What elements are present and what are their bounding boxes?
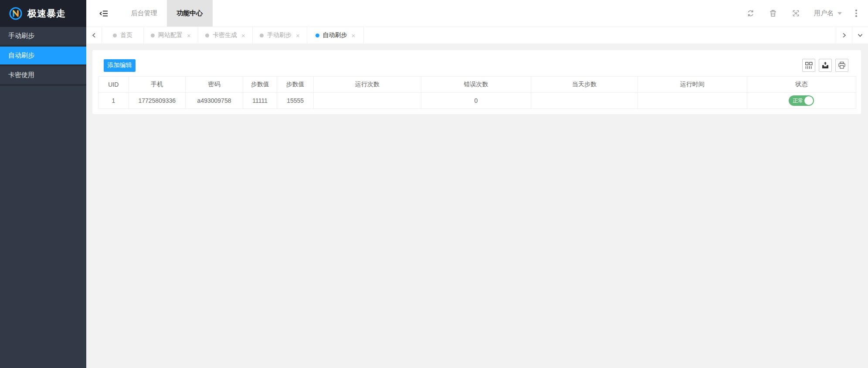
sidebar-item-label: 卡密使用 — [8, 71, 34, 79]
tab-menu-chevron-down-icon[interactable] — [852, 27, 868, 44]
username-label: 用户名 — [814, 9, 834, 17]
tab-scroll-left-icon[interactable] — [86, 27, 102, 44]
header-nav: 后台管理 功能中心 — [121, 0, 213, 27]
nav-item-backend-admin[interactable]: 后台管理 — [121, 0, 167, 27]
tab-dot — [205, 34, 209, 37]
status-toggle-knob — [804, 96, 813, 105]
cell-error-count: 0 — [421, 93, 531, 109]
column-header-step-value-2: 步数值 — [277, 77, 313, 93]
cell-phone: 17725809336 — [129, 93, 185, 109]
tab-close-icon[interactable]: × — [187, 32, 191, 39]
nav-item-label: 功能中心 — [177, 9, 203, 17]
tab-close-icon[interactable]: × — [352, 32, 356, 39]
sidebar-item-auto-steps[interactable]: 自动刷步 — [0, 47, 86, 66]
tab-dot — [315, 34, 319, 37]
tab-auto-steps[interactable]: 自动刷步 × — [307, 27, 364, 44]
tab-site-config[interactable]: 网站配置 × — [144, 27, 198, 44]
column-header-password: 密码 — [185, 77, 243, 93]
column-header-uid: UID — [98, 77, 129, 93]
app-logo: 极速暴走 — [0, 0, 86, 27]
status-toggle[interactable]: 正常 — [789, 95, 814, 106]
tab-scroll-right-icon[interactable] — [836, 27, 852, 44]
table-tool-icons — [802, 59, 848, 72]
app-title: 极速暴走 — [27, 7, 66, 20]
tab-bar: 首页 网站配置 × 卡密生成 × 手动刷步 × 自动刷步 × — [86, 27, 868, 44]
sidebar-item-manual-steps[interactable]: 手动刷步 — [0, 27, 86, 47]
refresh-icon[interactable] — [739, 0, 762, 27]
tab-label: 网站配置 — [158, 31, 183, 39]
tab-label: 手动刷步 — [267, 31, 292, 39]
add-edit-button[interactable]: 添加编辑 — [104, 59, 136, 72]
sidebar-menu: 手动刷步 自动刷步 卡密使用 — [0, 27, 86, 86]
main-area: 后台管理 功能中心 — [86, 0, 868, 368]
column-header-run-count: 运行次数 — [313, 77, 421, 93]
export-icon[interactable] — [819, 59, 832, 72]
tab-bar-controls — [836, 27, 868, 44]
tab-card-generate[interactable]: 卡密生成 × — [198, 27, 253, 44]
user-menu[interactable]: 用户名 — [807, 0, 849, 27]
tab-label: 自动刷步 — [323, 31, 347, 39]
sidebar-item-label: 手动刷步 — [8, 32, 34, 40]
cell-uid: 1 — [98, 93, 129, 109]
table-card: 添加编辑 — [92, 50, 861, 114]
sidebar: 极速暴走 手动刷步 自动刷步 卡密使用 — [0, 0, 86, 368]
chevron-down-icon — [837, 12, 842, 15]
column-header-today-steps: 当天步数 — [531, 77, 637, 93]
column-header-status: 状态 — [747, 77, 856, 93]
columns-filter-icon[interactable] — [802, 59, 815, 72]
header-right-actions: 用户名 — [739, 0, 868, 27]
recycle-bin-icon[interactable] — [762, 0, 784, 27]
sidebar-item-label: 自动刷步 — [8, 51, 34, 60]
nav-item-label: 后台管理 — [131, 9, 157, 17]
sidebar-item-card-usage[interactable]: 卡密使用 — [0, 66, 86, 86]
fullscreen-icon[interactable] — [784, 0, 807, 27]
tab-label: 卡密生成 — [213, 31, 237, 39]
tab-manual-steps[interactable]: 手动刷步 × — [253, 27, 307, 44]
table-header-row: UID 手机 密码 步数值 步数值 运行次数 错误次数 当天步数 运行时间 状态 — [98, 77, 856, 93]
more-vertical-icon[interactable] — [849, 0, 864, 27]
nav-item-function-center[interactable]: 功能中心 — [167, 0, 213, 27]
data-table: UID 手机 密码 步数值 步数值 运行次数 错误次数 当天步数 运行时间 状态 — [98, 76, 856, 109]
cell-today-steps — [531, 93, 637, 109]
brand-logo-icon — [9, 7, 23, 20]
tab-label: 首页 — [120, 31, 132, 39]
tab-dot — [260, 34, 264, 37]
column-header-run-time: 运行时间 — [638, 77, 747, 93]
cell-step-value-2: 15555 — [277, 93, 313, 109]
cell-run-time — [638, 93, 747, 109]
print-icon[interactable] — [835, 59, 848, 72]
tab-close-icon[interactable]: × — [241, 32, 245, 39]
status-label: 正常 — [793, 97, 803, 105]
cell-step-value-1: 11111 — [243, 93, 277, 109]
content-area: 添加编辑 — [86, 44, 868, 368]
tab-close-icon[interactable]: × — [296, 32, 300, 39]
column-header-phone: 手机 — [129, 77, 185, 93]
cell-run-count — [313, 93, 421, 109]
tab-dot — [151, 34, 155, 37]
column-header-error-count: 错误次数 — [421, 77, 531, 93]
tab-dot — [113, 34, 117, 37]
collapse-sidebar-icon[interactable] — [86, 0, 121, 27]
app-window: 极速暴走 手动刷步 自动刷步 卡密使用 — [0, 0, 868, 368]
card-toolbar: 添加编辑 — [92, 50, 861, 72]
cell-status: 正常 — [747, 93, 856, 109]
cell-password: a493009758 — [185, 93, 243, 109]
header: 后台管理 功能中心 — [86, 0, 868, 27]
table-row: 1 17725809336 a493009758 11111 15555 0 — [98, 93, 856, 109]
column-header-step-value-1: 步数值 — [243, 77, 277, 93]
tab-home[interactable]: 首页 — [102, 27, 144, 44]
